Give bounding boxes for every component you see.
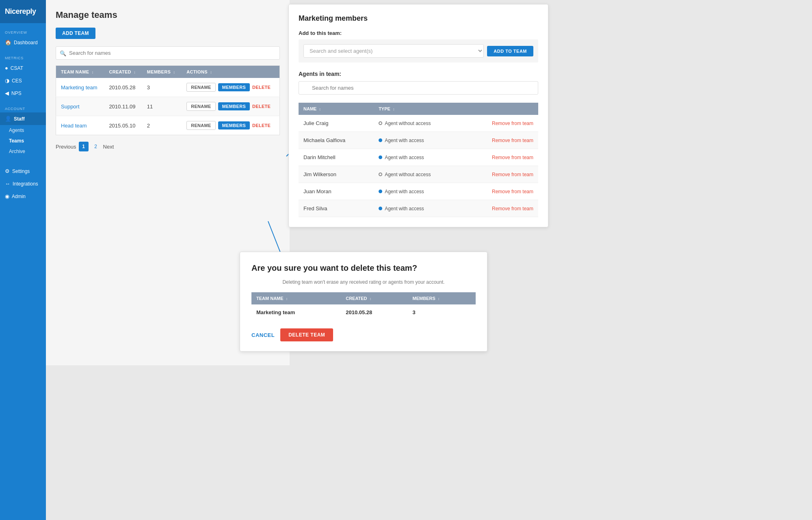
member-type-cell: Agent without access <box>374 115 464 132</box>
sidebar-item-nps[interactable]: ◀ NPS <box>0 87 46 99</box>
col-members[interactable]: MEMBERS ↕ <box>142 66 182 78</box>
cancel-button[interactable]: CANCEL <box>251 332 275 338</box>
integrations-icon: ↔ <box>5 181 10 187</box>
col-team-name[interactable]: TEAM NAME ↕ <box>56 66 104 78</box>
remove-from-team-link[interactable]: Remove from team <box>492 155 533 160</box>
sidebar-subitem-teams[interactable]: Teams <box>0 136 46 146</box>
delete-button[interactable]: DELETE <box>252 85 271 90</box>
delete-button[interactable]: DELETE <box>252 104 271 109</box>
rename-button[interactable]: RENAME <box>186 121 215 130</box>
sidebar-item-admin[interactable]: ◉ Admin <box>0 190 46 203</box>
team-name-link[interactable]: Marketing team <box>61 84 97 91</box>
rename-button[interactable]: RENAME <box>186 102 215 111</box>
delete-panel: Are you sure you want to delete this tea… <box>240 252 487 352</box>
team-name-link[interactable]: Support <box>61 104 80 110</box>
type-label: Agent with access <box>385 189 424 194</box>
members-search-input[interactable] <box>299 81 538 95</box>
remove-from-team-link[interactable]: Remove from team <box>492 206 533 211</box>
member-name-cell: Jim Wilkerson <box>299 166 374 183</box>
sidebar-subitem-archive[interactable]: Archive <box>0 146 46 157</box>
member-row: Julie CraigAgent without accessRemove fr… <box>299 115 538 132</box>
member-type-cell: Agent with access <box>374 132 464 149</box>
sidebar-item-label: Staff <box>14 116 25 122</box>
type-label: Agent without access <box>385 172 431 177</box>
team-members-cell: 3 <box>142 78 182 97</box>
type-label: Agent with access <box>385 206 424 211</box>
team-created-cell: 2010.05.28 <box>104 78 142 97</box>
delete-button[interactable]: DELETE <box>252 123 271 128</box>
member-name-cell: Michaela Galfiova <box>299 132 374 149</box>
sidebar-logo: Nicereply <box>0 0 46 23</box>
remove-from-team-link[interactable]: Remove from team <box>492 172 533 177</box>
pagination-page-2[interactable]: 2 <box>91 142 101 151</box>
teams-search-container: 🔍 <box>56 46 280 60</box>
member-type-cell: Agent with access <box>374 149 464 166</box>
sidebar-item-label: Dashboard <box>14 40 38 45</box>
pagination-page-1[interactable]: 1 <box>79 142 89 151</box>
members-col-type[interactable]: TYPE ↕ <box>374 103 464 115</box>
sidebar-section-metrics: METRICS <box>0 52 46 62</box>
sidebar: Nicereply OVERVIEW 🏠 Dashboard METRICS ●… <box>0 0 46 520</box>
add-to-team-button[interactable]: ADD TO TEAM <box>487 46 533 56</box>
sidebar-item-csat[interactable]: ● CSAT <box>0 62 46 74</box>
type-dot-icon <box>379 173 382 176</box>
table-row: Head team2015.05.102RENAMEMEMBERSDELETE <box>56 116 280 135</box>
sidebar-item-label: CES <box>12 78 22 84</box>
add-team-button[interactable]: ADD TEAM <box>56 28 95 39</box>
member-name-cell: Juan Moran <box>299 183 374 200</box>
teams-search-input[interactable] <box>56 46 280 60</box>
members-search-wrap: 🔍 <box>299 81 538 99</box>
sidebar-item-label: Settings <box>12 168 30 174</box>
team-created-cell: 2015.05.10 <box>104 116 142 135</box>
pagination-next[interactable]: Next <box>103 144 114 150</box>
member-type-cell: Agent with access <box>374 183 464 200</box>
type-dot-icon <box>379 190 382 193</box>
agents-in-team-label: Agents in team: <box>299 71 538 77</box>
member-remove-cell: Remove from team <box>464 149 538 166</box>
delete-confirm-table: TEAM NAME ↕ CREATED ↕ MEMBERS ↕ Marketin… <box>251 292 476 320</box>
delete-team-name: Marketing team <box>251 304 341 320</box>
sidebar-item-integrations[interactable]: ↔ Integrations <box>0 177 46 190</box>
sidebar-subitem-agents[interactable]: Agents <box>0 125 46 136</box>
table-row: Support2010.11.0911RENAMEMEMBERSDELETE <box>56 97 280 116</box>
actions-container: RENAMEMEMBERSDELETE <box>186 121 275 130</box>
remove-from-team-link[interactable]: Remove from team <box>492 189 533 194</box>
member-type-cell: Agent without access <box>374 166 464 183</box>
actions-container: RENAMEMEMBERSDELETE <box>186 102 275 111</box>
members-button[interactable]: MEMBERS <box>218 102 250 110</box>
team-name-link[interactable]: Head team <box>61 123 87 129</box>
staff-icon: 👤 <box>5 116 11 122</box>
delete-col-created: CREATED ↕ <box>341 292 407 304</box>
delete-team-created: 2010.05.28 <box>341 304 407 320</box>
members-table: NAME ↕ TYPE ↕ Julie CraigAgent without a… <box>299 103 538 217</box>
admin-icon: ◉ <box>5 193 9 199</box>
agent-select[interactable]: Search and select agent(s) <box>303 44 484 58</box>
delete-team-members: 3 <box>408 304 476 320</box>
member-remove-cell: Remove from team <box>464 132 538 149</box>
members-col-name[interactable]: NAME ↕ <box>299 103 374 115</box>
members-button[interactable]: MEMBERS <box>218 83 250 91</box>
settings-icon: ⚙ <box>5 168 10 174</box>
delete-description: Deleting team won't erase any received r… <box>251 279 476 285</box>
sidebar-item-dashboard[interactable]: 🏠 Dashboard <box>0 36 46 49</box>
remove-from-team-link[interactable]: Remove from team <box>492 121 533 126</box>
member-row: Fred SilvaAgent with accessRemove from t… <box>299 200 538 217</box>
col-created[interactable]: CREATED ↕ <box>104 66 142 78</box>
member-row: Juan MoranAgent with accessRemove from t… <box>299 183 538 200</box>
teams-table: TEAM NAME ↕ CREATED ↕ MEMBERS ↕ ACTIONS … <box>56 65 280 135</box>
col-actions: ACTIONS ↕ <box>182 66 279 78</box>
rename-button[interactable]: RENAME <box>186 83 215 92</box>
pagination-previous[interactable]: Previous <box>56 144 76 150</box>
delete-team-button[interactable]: DELETE TEAM <box>280 328 333 341</box>
members-button[interactable]: MEMBERS <box>218 121 250 129</box>
sidebar-item-label: CSAT <box>11 65 23 71</box>
sidebar-item-staff[interactable]: 👤 Staff <box>0 112 46 125</box>
team-actions-cell: RENAMEMEMBERSDELETE <box>182 116 279 135</box>
sidebar-item-settings[interactable]: ⚙ Settings <box>0 165 46 177</box>
remove-from-team-link[interactable]: Remove from team <box>492 138 533 143</box>
page-title: Manage teams <box>56 10 280 20</box>
add-to-team-row: Search and select agent(s) ADD TO TEAM <box>299 39 538 63</box>
type-label: Agent without access <box>385 121 431 126</box>
sidebar-item-ces[interactable]: ◑ CES <box>0 74 46 87</box>
member-remove-cell: Remove from team <box>464 166 538 183</box>
